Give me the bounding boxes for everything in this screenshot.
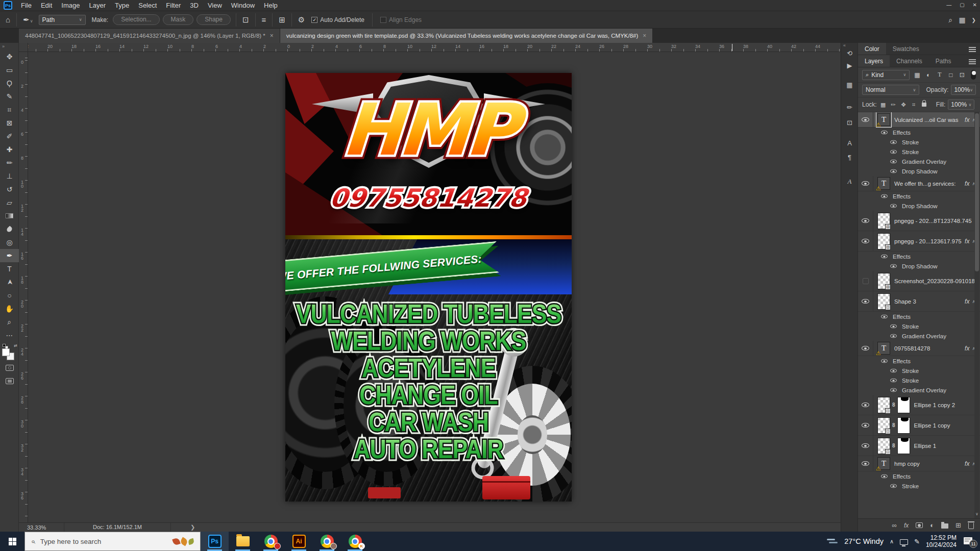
effect-row[interactable]: Gradient Overlay [858,385,980,395]
layer-fx-badge[interactable]: fx [965,298,969,305]
new-layer-icon[interactable]: ⊞ [955,521,961,529]
lock-position-icon[interactable]: ✥ [900,102,908,108]
taskbar-app-photoshop[interactable]: Ps [201,532,229,551]
link-layers-icon[interactable]: ∞ [892,521,897,529]
character-panel-icon[interactable]: A [841,137,858,149]
clone-stamp-tool[interactable]: ⊥ [0,169,19,183]
chevron-icon[interactable]: ❯ [972,17,976,23]
layer-row-8[interactable]: □8Ellipse 1 copy 2 [858,395,980,415]
effects-header-row[interactable]: Effects [858,128,980,137]
layer-row-7[interactable]: T⚠09755814278fx∧ [858,341,980,356]
effect-row[interactable]: Drop Shadow [858,261,980,271]
layer-thumbnail[interactable]: ⊡ [877,233,890,249]
gear-icon[interactable]: ⚙ [296,15,307,24]
eraser-tool[interactable]: ▱ [0,196,19,209]
path-operations-icon[interactable]: ⊡ [240,15,252,24]
layer-row-6[interactable]: □Shape 3fx∧ [858,291,980,312]
effects-header-row[interactable]: Effects [858,356,980,366]
layers-scrollbar[interactable] [974,112,979,518]
path-selection-tool[interactable]: ➤ [0,276,19,289]
layer-style-icon[interactable]: fx [904,522,909,529]
menu-edit[interactable]: Edit [36,0,57,11]
layers-group-tab-channels[interactable]: Channels [890,55,929,67]
effect-row[interactable]: Stroke [858,147,980,157]
layer-row-4[interactable]: ⊡pngegg - 20...123617.975fx∧ [858,231,980,252]
add-mask-icon[interactable] [916,522,923,528]
layer-thumbnail[interactable]: □ [877,438,890,454]
filter-type-layers-icon[interactable]: T [936,71,943,79]
document-tab-2[interactable]: vulcanizing design green with tire templ… [280,29,653,43]
move-tool[interactable]: ✥ [0,50,19,63]
eye-icon[interactable] [890,484,897,488]
layer-visibility-toggle[interactable] [858,395,873,415]
effects-header-row[interactable]: Effects [858,191,980,201]
foreground-color-swatch[interactable] [2,348,10,356]
filter-shape-layers-icon[interactable]: □ [947,71,954,79]
text-layer-thumbnail[interactable]: T⚠ [877,457,890,470]
layer-row-9[interactable]: □8Ellipse 1 copy [858,415,980,436]
effect-row[interactable]: Stroke [858,481,980,491]
blend-mode-select[interactable]: Normal∨ [862,85,919,95]
quick-mask-button[interactable] [0,361,19,374]
eye-icon[interactable] [890,140,897,144]
taskbar-app-chrome-profile-2[interactable] [313,532,341,551]
hand-tool[interactable]: ✋ [0,302,19,315]
patterns-panel-icon[interactable]: ▦ [841,79,858,91]
layer-visibility-toggle[interactable] [858,291,873,311]
status-options-chevron[interactable]: ❯ [190,524,195,531]
effects-header-row[interactable]: Effects [858,312,980,321]
history-panel-icon[interactable]: ⟲ [841,47,858,59]
lock-transparency-icon[interactable]: ▦ [879,102,887,108]
layer-fx-badge[interactable]: fx [965,180,969,187]
layer-visibility-toggle[interactable] [858,112,873,127]
align-edges-checkbox[interactable]: Align Edges [380,16,422,23]
eye-icon[interactable] [881,194,888,198]
panel-menu-icon[interactable] [969,59,976,60]
gradient-tool[interactable] [0,209,19,222]
effects-header-row[interactable]: Effects [858,252,980,261]
scroll-down-icon[interactable]: ∨ [974,512,979,516]
quick-selection-tool[interactable]: ✎ [0,90,19,103]
taskbar-app-file-explorer[interactable] [229,532,257,551]
zoom-level-field[interactable]: 33.33% [27,524,64,531]
delete-layer-icon[interactable] [968,523,974,529]
layers-group-tab-layers[interactable]: Layers [858,55,890,67]
taskbar-search-input[interactable]: ⌕ Type here to search [24,532,201,551]
tab-close-icon[interactable]: × [643,32,646,39]
tray-expand-icon[interactable]: ∧ [890,538,894,545]
eye-icon[interactable] [890,169,897,173]
pen-input-icon[interactable]: ✎ [914,538,920,545]
layer-mask-thumbnail[interactable] [897,417,910,434]
minimize-icon[interactable]: — [946,0,951,10]
network-icon[interactable] [900,539,908,545]
layer-visibility-toggle[interactable] [858,415,873,435]
layer-thumbnail[interactable]: □ [877,293,890,310]
text-layer-thumbnail[interactable]: T⚠ [877,113,890,126]
brush-settings-panel-icon[interactable]: ✏ [841,101,858,113]
layer-thumbnail[interactable]: ⊡ [877,273,890,289]
close-icon[interactable]: ✕ [973,0,977,10]
new-group-icon[interactable] [941,523,948,529]
weather-text[interactable]: 27°C Windy [844,537,884,545]
effect-row[interactable]: Drop Shadow [858,201,980,211]
lasso-tool[interactable]: Ϙ [0,77,19,90]
paragraph-panel-icon[interactable]: ¶ [841,151,858,163]
eye-icon[interactable] [881,255,888,259]
menu-filter[interactable]: Filter [161,0,185,11]
layer-row-2[interactable]: T⚠We offer th...g services:fx∧ [858,176,980,191]
healing-brush-tool[interactable]: ✚ [0,143,19,156]
lock-artboard-icon[interactable]: ⌗ [910,102,918,108]
menu-window[interactable]: Window [227,0,259,11]
eye-icon[interactable] [881,131,888,135]
color-group-tab-color[interactable]: Color [858,43,886,55]
tab-close-icon[interactable]: × [270,32,274,39]
selection-button[interactable]: Selection... [113,14,159,25]
layer-fx-badge[interactable]: fx [965,116,969,123]
filter-smart-objects-icon[interactable]: ⊡ [958,71,966,79]
zoom-tool[interactable]: ⌕ [0,315,19,329]
ruler-origin-corner[interactable] [19,43,28,52]
menu-help[interactable]: Help [259,0,282,11]
layer-mask-thumbnail[interactable] [897,438,910,454]
eye-icon[interactable] [890,150,897,154]
effect-row[interactable]: Drop Shadow [858,166,980,176]
